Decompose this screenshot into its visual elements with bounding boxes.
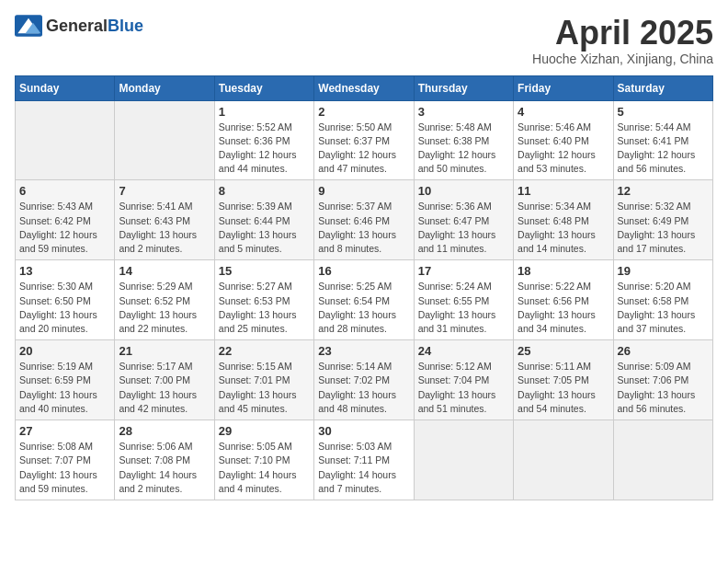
day-detail: Sunrise: 5:11 AM Sunset: 7:05 PM Dayligh… [518,360,609,416]
calendar-cell: 5Sunrise: 5:44 AM Sunset: 6:41 PM Daylig… [613,100,712,180]
day-detail: Sunrise: 5:03 AM Sunset: 7:11 PM Dayligh… [318,440,409,496]
day-detail: Sunrise: 5:52 AM Sunset: 6:36 PM Dayligh… [219,121,310,177]
day-detail: Sunrise: 5:29 AM Sunset: 6:52 PM Dayligh… [119,280,210,336]
calendar-cell: 14Sunrise: 5:29 AM Sunset: 6:52 PM Dayli… [115,260,214,340]
day-number: 5 [618,105,709,119]
day-number: 6 [19,184,110,198]
day-detail: Sunrise: 5:32 AM Sunset: 6:49 PM Dayligh… [618,200,709,256]
calendar-cell: 23Sunrise: 5:14 AM Sunset: 7:02 PM Dayli… [314,340,414,420]
logo-general: General [46,17,108,35]
calendar-table: SundayMondayTuesdayWednesdayThursdayFrid… [15,75,713,500]
day-number: 27 [19,424,110,438]
day-number: 11 [518,184,609,198]
day-number: 8 [219,184,310,198]
day-detail: Sunrise: 5:05 AM Sunset: 7:10 PM Dayligh… [219,440,310,496]
day-detail: Sunrise: 5:14 AM Sunset: 7:02 PM Dayligh… [318,360,409,416]
page-subtitle: Huoche Xizhan, Xinjiang, China [532,52,713,66]
day-number: 22 [219,344,310,358]
calendar-cell: 17Sunrise: 5:24 AM Sunset: 6:55 PM Dayli… [414,260,513,340]
day-number: 25 [518,344,609,358]
day-detail: Sunrise: 5:46 AM Sunset: 6:40 PM Dayligh… [518,121,609,177]
day-detail: Sunrise: 5:20 AM Sunset: 6:58 PM Dayligh… [618,280,709,336]
title-block: April 2025 Huoche Xizhan, Xinjiang, Chin… [532,15,713,66]
calendar-cell [16,100,115,180]
day-detail: Sunrise: 5:37 AM Sunset: 6:46 PM Dayligh… [318,200,409,256]
day-detail: Sunrise: 5:27 AM Sunset: 6:53 PM Dayligh… [219,280,310,336]
calendar-header: SundayMondayTuesdayWednesdayThursdayFrid… [16,75,713,100]
calendar-cell: 28Sunrise: 5:06 AM Sunset: 7:08 PM Dayli… [115,420,214,500]
day-number: 13 [19,264,110,278]
day-number: 23 [318,344,409,358]
day-number: 24 [418,344,509,358]
day-number: 4 [518,105,609,119]
day-detail: Sunrise: 5:06 AM Sunset: 7:08 PM Dayligh… [119,440,210,496]
calendar-cell: 29Sunrise: 5:05 AM Sunset: 7:10 PM Dayli… [214,420,313,500]
day-number: 17 [418,264,509,278]
calendar-cell: 11Sunrise: 5:34 AM Sunset: 6:48 PM Dayli… [514,180,613,260]
day-detail: Sunrise: 5:25 AM Sunset: 6:54 PM Dayligh… [318,280,409,336]
calendar-cell: 8Sunrise: 5:39 AM Sunset: 6:44 PM Daylig… [214,180,313,260]
logo-icon [15,15,42,37]
day-detail: Sunrise: 5:19 AM Sunset: 6:59 PM Dayligh… [19,360,110,416]
day-number: 18 [518,264,609,278]
day-number: 16 [318,264,409,278]
calendar-week-4: 27Sunrise: 5:08 AM Sunset: 7:07 PM Dayli… [16,420,713,500]
logo: GeneralBlue [15,15,143,37]
logo-blue: Blue [108,17,143,35]
day-detail: Sunrise: 5:17 AM Sunset: 7:00 PM Dayligh… [119,360,210,416]
day-detail: Sunrise: 5:12 AM Sunset: 7:04 PM Dayligh… [418,360,509,416]
day-number: 3 [418,105,509,119]
day-detail: Sunrise: 5:30 AM Sunset: 6:50 PM Dayligh… [19,280,110,336]
day-number: 19 [618,264,709,278]
calendar-cell: 21Sunrise: 5:17 AM Sunset: 7:00 PM Dayli… [115,340,214,420]
day-detail: Sunrise: 5:15 AM Sunset: 7:01 PM Dayligh… [219,360,310,416]
day-number: 20 [19,344,110,358]
day-number: 1 [219,105,310,119]
day-detail: Sunrise: 5:50 AM Sunset: 6:37 PM Dayligh… [318,121,409,177]
calendar-cell [115,100,214,180]
day-number: 30 [318,424,409,438]
header-row: SundayMondayTuesdayWednesdayThursdayFrid… [16,75,713,100]
calendar-cell: 27Sunrise: 5:08 AM Sunset: 7:07 PM Dayli… [16,420,115,500]
calendar-cell: 20Sunrise: 5:19 AM Sunset: 6:59 PM Dayli… [16,340,115,420]
day-number: 7 [119,184,210,198]
day-number: 14 [119,264,210,278]
calendar-cell: 18Sunrise: 5:22 AM Sunset: 6:56 PM Dayli… [514,260,613,340]
calendar-cell: 10Sunrise: 5:36 AM Sunset: 6:47 PM Dayli… [414,180,513,260]
calendar-cell [514,420,613,500]
calendar-cell: 26Sunrise: 5:09 AM Sunset: 7:06 PM Dayli… [613,340,712,420]
header-cell-friday: Friday [514,75,613,100]
calendar-week-0: 1Sunrise: 5:52 AM Sunset: 6:36 PM Daylig… [16,100,713,180]
day-number: 10 [418,184,509,198]
calendar-cell: 3Sunrise: 5:48 AM Sunset: 6:38 PM Daylig… [414,100,513,180]
calendar-cell: 30Sunrise: 5:03 AM Sunset: 7:11 PM Dayli… [314,420,414,500]
header-cell-thursday: Thursday [414,75,513,100]
day-number: 15 [219,264,310,278]
day-detail: Sunrise: 5:43 AM Sunset: 6:42 PM Dayligh… [19,200,110,256]
day-number: 9 [318,184,409,198]
calendar-week-2: 13Sunrise: 5:30 AM Sunset: 6:50 PM Dayli… [16,260,713,340]
header-cell-tuesday: Tuesday [214,75,313,100]
calendar-cell: 19Sunrise: 5:20 AM Sunset: 6:58 PM Dayli… [613,260,712,340]
calendar-cell [613,420,712,500]
calendar-cell: 6Sunrise: 5:43 AM Sunset: 6:42 PM Daylig… [16,180,115,260]
calendar-cell [414,420,513,500]
header-cell-monday: Monday [115,75,214,100]
day-detail: Sunrise: 5:34 AM Sunset: 6:48 PM Dayligh… [518,200,609,256]
day-detail: Sunrise: 5:36 AM Sunset: 6:47 PM Dayligh… [418,200,509,256]
day-number: 26 [618,344,709,358]
day-detail: Sunrise: 5:44 AM Sunset: 6:41 PM Dayligh… [618,121,709,177]
calendar-week-3: 20Sunrise: 5:19 AM Sunset: 6:59 PM Dayli… [16,340,713,420]
day-detail: Sunrise: 5:08 AM Sunset: 7:07 PM Dayligh… [19,440,110,496]
calendar-cell: 15Sunrise: 5:27 AM Sunset: 6:53 PM Dayli… [214,260,313,340]
day-number: 2 [318,105,409,119]
calendar-cell: 13Sunrise: 5:30 AM Sunset: 6:50 PM Dayli… [16,260,115,340]
calendar-cell: 9Sunrise: 5:37 AM Sunset: 6:46 PM Daylig… [314,180,414,260]
header-cell-sunday: Sunday [16,75,115,100]
day-number: 28 [119,424,210,438]
header: GeneralBlue April 2025 Huoche Xizhan, Xi… [15,15,713,66]
day-detail: Sunrise: 5:22 AM Sunset: 6:56 PM Dayligh… [518,280,609,336]
calendar-cell: 4Sunrise: 5:46 AM Sunset: 6:40 PM Daylig… [514,100,613,180]
day-number: 21 [119,344,210,358]
calendar-cell: 16Sunrise: 5:25 AM Sunset: 6:54 PM Dayli… [314,260,414,340]
